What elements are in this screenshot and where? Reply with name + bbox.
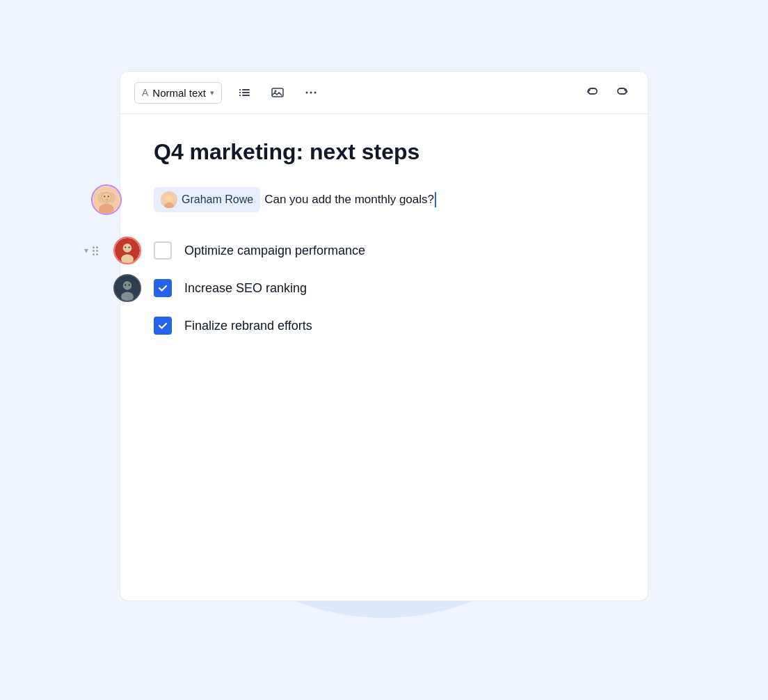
svg-point-19 (166, 196, 173, 202)
collapse-arrow-icon[interactable]: ▾ (84, 246, 88, 255)
drag-dot (93, 250, 95, 252)
drag-dot (93, 253, 95, 255)
svg-point-8 (306, 92, 308, 94)
checkbox-checked[interactable] (154, 279, 172, 297)
checkbox-checked[interactable] (154, 317, 172, 335)
checklist: ▾ (154, 232, 614, 344)
user-avatar-red (113, 237, 141, 264)
checklist-item: Increase SEO ranking (154, 269, 614, 307)
svg-rect-4 (239, 92, 241, 93)
mention-row: Graham Rowe Can you add the monthly goal… (154, 187, 614, 212)
checklist-item: ▾ (154, 232, 614, 269)
svg-point-24 (125, 246, 126, 248)
svg-rect-3 (239, 89, 241, 90)
user-avatar-graham (91, 184, 122, 215)
svg-point-10 (314, 92, 317, 94)
drag-dot (96, 246, 98, 248)
svg-point-25 (129, 246, 130, 248)
svg-point-9 (310, 92, 312, 94)
svg-point-27 (123, 281, 132, 290)
toolbar-left: A Normal text ▾ (134, 81, 322, 104)
image-icon[interactable] (266, 81, 289, 104)
svg-rect-5 (239, 95, 241, 96)
item-controls: ▾ (84, 246, 98, 255)
more-options-icon[interactable] (300, 81, 322, 104)
checkbox-unchecked[interactable] (154, 241, 172, 260)
mention-name: Graham Rowe (182, 193, 253, 206)
editor-wrapper: A Normal text ▾ (120, 71, 648, 601)
text-cursor (435, 192, 436, 207)
text-format-icon: A (142, 87, 148, 98)
svg-rect-0 (242, 89, 250, 90)
svg-point-30 (129, 284, 130, 285)
user-avatar-dark (113, 274, 141, 302)
text-style-dropdown[interactable]: A Normal text ▾ (134, 82, 222, 104)
svg-rect-2 (242, 95, 250, 96)
toolbar: A Normal text ▾ (120, 71, 648, 114)
svg-point-29 (125, 284, 126, 285)
drag-dot (96, 250, 98, 252)
undo-button[interactable] (581, 81, 603, 104)
checklist-item-text: Increase SEO ranking (184, 281, 307, 296)
svg-point-22 (123, 244, 132, 253)
drag-handle-icon[interactable] (93, 246, 98, 255)
drag-dot (93, 246, 95, 248)
svg-rect-17 (97, 192, 115, 203)
checklist-item: Finalize rebrand efforts (154, 307, 614, 344)
checklist-item-text: Finalize rebrand efforts (184, 319, 312, 333)
mention-chip: Graham Rowe (154, 187, 260, 212)
mention-avatar-icon (161, 191, 177, 208)
text-style-label: Normal text (152, 87, 206, 99)
svg-rect-1 (242, 92, 250, 93)
document-title: Q4 marketing: next steps (154, 139, 614, 165)
editor-body: Q4 marketing: next steps (120, 114, 648, 601)
mention-question-text: Can you add the monthly goals? (264, 192, 436, 207)
list-icon[interactable] (233, 81, 255, 104)
chevron-down-icon: ▾ (210, 88, 214, 97)
checklist-item-text: Optimize campaign performance (184, 244, 365, 258)
drag-dot (96, 253, 98, 255)
toolbar-right (581, 81, 634, 104)
redo-button[interactable] (611, 81, 634, 104)
